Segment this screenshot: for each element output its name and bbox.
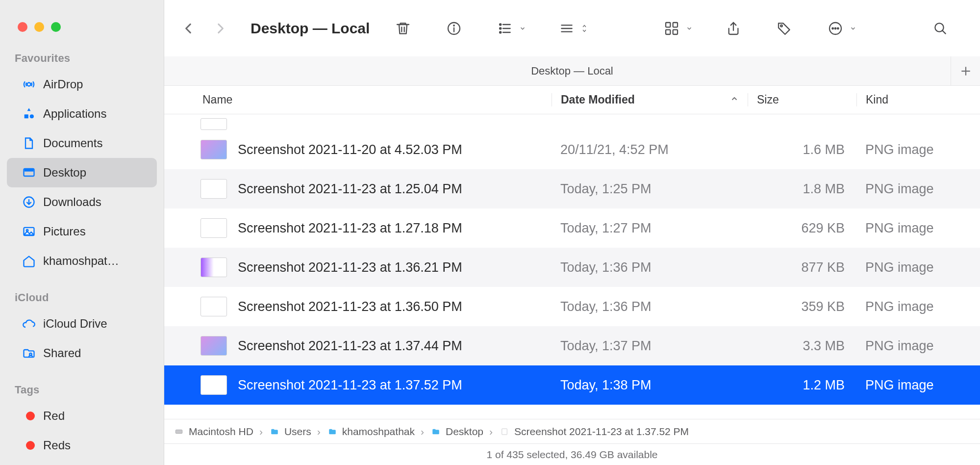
file-size: 359 KB bbox=[748, 299, 856, 314]
apps-icon bbox=[22, 106, 36, 121]
file-thumbnail-icon bbox=[201, 258, 227, 277]
shared-icon bbox=[22, 346, 36, 361]
sort-indicator-icon bbox=[730, 93, 739, 106]
sidebar-item-label: Applications bbox=[43, 107, 106, 121]
folder-icon bbox=[430, 427, 442, 437]
file-row[interactable]: Screenshot 2021-11-23 at 1.37.52 PMToday… bbox=[164, 365, 980, 405]
sidebar: FavouritesAirDropApplicationsDocumentsDe… bbox=[0, 0, 164, 465]
file-size: 1.2 MB bbox=[748, 378, 856, 393]
file-row[interactable]: Screenshot 2021-11-23 at 1.37.44 PMToday… bbox=[164, 326, 980, 365]
chevron-down-icon bbox=[850, 25, 856, 32]
column-header-size[interactable]: Size bbox=[748, 93, 856, 106]
file-row[interactable]: Screenshot 2021-11-23 at 1.36.50 PMToday… bbox=[164, 287, 980, 326]
column-header-name[interactable]: Name bbox=[164, 93, 552, 106]
svg-rect-1 bbox=[25, 114, 28, 118]
path-segment[interactable]: Macintosh HD bbox=[173, 426, 253, 438]
file-kind: PNG image bbox=[856, 181, 980, 197]
file-name: Screenshot 2021-11-23 at 1.36.50 PM bbox=[238, 299, 462, 314]
column-header-date[interactable]: Date Modified bbox=[552, 93, 748, 106]
sidebar-item-shared[interactable]: Shared bbox=[7, 338, 157, 368]
svg-point-32 bbox=[837, 27, 839, 29]
forward-button[interactable] bbox=[209, 18, 231, 39]
svg-rect-24 bbox=[666, 23, 670, 27]
svg-point-30 bbox=[832, 27, 833, 29]
sidebar-item-reds[interactable]: Reds bbox=[7, 431, 157, 460]
view-options-button[interactable] bbox=[556, 18, 588, 39]
sidebar-item-label: iCloud Drive bbox=[43, 317, 107, 331]
file-row[interactable]: Screenshot 2021-11-23 at 1.27.18 PMToday… bbox=[164, 208, 980, 248]
path-segment[interactable]: khamoshpathak bbox=[327, 426, 415, 438]
file-icon bbox=[499, 427, 510, 437]
back-button[interactable] bbox=[178, 18, 200, 39]
chevron-right-icon: › bbox=[316, 426, 322, 438]
path-segment[interactable]: Desktop bbox=[430, 426, 483, 438]
sidebar-item-applications[interactable]: Applications bbox=[7, 99, 157, 129]
svg-point-17 bbox=[500, 27, 501, 29]
file-kind: PNG image bbox=[856, 299, 980, 314]
new-tab-button[interactable] bbox=[951, 56, 980, 86]
file-kind: PNG image bbox=[856, 142, 980, 157]
folder-icon bbox=[327, 427, 338, 437]
svg-rect-37 bbox=[176, 430, 182, 434]
svg-rect-4 bbox=[25, 170, 33, 171]
file-name: Screenshot 2021-11-23 at 1.27.18 PM bbox=[238, 221, 462, 236]
sidebar-item-khamoshpat-[interactable]: khamoshpat… bbox=[7, 246, 157, 276]
file-name: Screenshot 2021-11-23 at 1.36.21 PM bbox=[238, 260, 462, 275]
window-controls bbox=[0, 5, 164, 49]
fullscreen-window-button[interactable] bbox=[51, 22, 61, 32]
search-button[interactable] bbox=[930, 18, 951, 39]
file-row-partial[interactable] bbox=[164, 114, 980, 130]
sidebar-section-label: iCloud bbox=[0, 288, 164, 309]
svg-point-28 bbox=[780, 25, 782, 26]
file-size: 877 KB bbox=[748, 260, 856, 275]
file-kind: PNG image bbox=[856, 221, 980, 236]
file-row[interactable]: Screenshot 2021-11-23 at 1.25.04 PMToday… bbox=[164, 169, 980, 208]
file-size: 1.8 MB bbox=[748, 181, 856, 197]
file-date: 20/11/21, 4:52 PM bbox=[552, 142, 748, 157]
file-thumbnail-icon bbox=[201, 118, 227, 130]
column-header-kind[interactable]: Kind bbox=[856, 93, 980, 106]
sidebar-item-icloud-drive[interactable]: iCloud Drive bbox=[7, 309, 157, 338]
file-list: Screenshot 2021-11-20 at 4.52.03 PM20/11… bbox=[164, 114, 980, 419]
sidebar-item-label: khamoshpat… bbox=[43, 254, 119, 268]
file-date: Today, 1:37 PM bbox=[552, 338, 748, 354]
path-segment[interactable]: Screenshot 2021-11-23 at 1.37.52 PM bbox=[499, 426, 689, 438]
file-thumbnail-icon bbox=[201, 297, 227, 316]
group-button[interactable] bbox=[495, 18, 526, 39]
desktop-icon bbox=[22, 165, 36, 180]
tag-icon bbox=[22, 409, 36, 423]
info-button[interactable] bbox=[444, 18, 464, 39]
svg-point-15 bbox=[500, 24, 501, 25]
file-name: Screenshot 2021-11-23 at 1.25.04 PM bbox=[238, 181, 462, 197]
file-name: Screenshot 2021-11-23 at 1.37.44 PM bbox=[238, 338, 462, 354]
file-size: 3.3 MB bbox=[748, 338, 856, 354]
trash-button[interactable] bbox=[393, 18, 413, 39]
chevron-down-icon bbox=[686, 25, 693, 32]
cloud-icon bbox=[22, 316, 36, 331]
file-name: Screenshot 2021-11-23 at 1.37.52 PM bbox=[238, 378, 462, 393]
sidebar-item-downloads[interactable]: Downloads bbox=[7, 187, 157, 217]
sidebar-item-label: Documents bbox=[43, 136, 102, 150]
sidebar-item-desktop[interactable]: Desktop bbox=[7, 158, 157, 187]
share-button[interactable] bbox=[723, 18, 744, 39]
sidebar-item-documents[interactable]: Documents bbox=[7, 129, 157, 158]
tags-button[interactable] bbox=[774, 18, 795, 39]
close-window-button[interactable] bbox=[18, 22, 27, 32]
file-thumbnail-icon bbox=[201, 336, 227, 356]
status-bar: 1 of 435 selected, 36.49 GB available bbox=[164, 443, 980, 465]
icon-view-button[interactable] bbox=[661, 18, 693, 39]
file-row[interactable]: Screenshot 2021-11-23 at 1.36.21 PMToday… bbox=[164, 248, 980, 287]
minimize-window-button[interactable] bbox=[34, 22, 44, 32]
svg-point-0 bbox=[27, 83, 31, 86]
sidebar-item-pictures[interactable]: Pictures bbox=[7, 217, 157, 246]
sidebar-item-airdrop[interactable]: AirDrop bbox=[7, 70, 157, 99]
path-segment[interactable]: Users bbox=[269, 426, 311, 438]
file-date: Today, 1:27 PM bbox=[552, 221, 748, 236]
more-button[interactable] bbox=[825, 18, 856, 39]
tab-title[interactable]: Desktop — Local bbox=[531, 65, 613, 78]
sidebar-item-red[interactable]: Red bbox=[7, 401, 157, 431]
pictures-icon bbox=[22, 224, 36, 239]
path-segment-label: Screenshot 2021-11-23 at 1.37.52 PM bbox=[514, 426, 689, 438]
file-row[interactable]: Screenshot 2021-11-20 at 4.52.03 PM20/11… bbox=[164, 130, 980, 169]
column-header-row: Name Date Modified Size Kind bbox=[164, 86, 980, 114]
